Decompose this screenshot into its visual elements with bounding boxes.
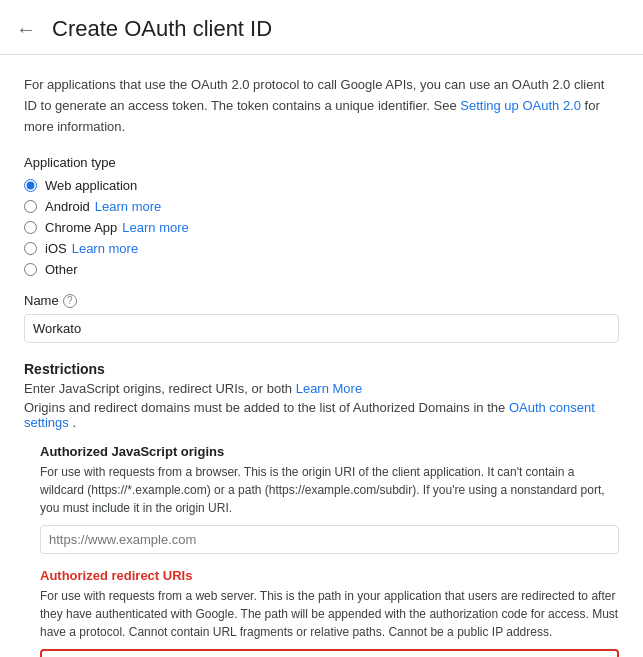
radio-ios-input[interactable]: [24, 242, 37, 255]
js-origins-section: Authorized JavaScript origins For use wi…: [40, 444, 619, 554]
restrictions-desc-text: Enter JavaScript origins, redirect URIs,…: [24, 381, 296, 396]
restrictions-note-end: .: [72, 415, 76, 430]
name-label-text: Name: [24, 293, 59, 308]
radio-ios-label: iOS: [45, 241, 67, 256]
name-help-icon[interactable]: ?: [63, 294, 77, 308]
redirect-uris-desc: For use with requests from a web server.…: [40, 587, 619, 641]
radio-android-label: Android: [45, 199, 90, 214]
ios-learn-more-link[interactable]: Learn more: [72, 241, 138, 256]
restrictions-section: Restrictions Enter JavaScript origins, r…: [24, 361, 619, 430]
redirect-uris-title: Authorized redirect URIs: [40, 568, 619, 583]
restrictions-note-text: Origins and redirect domains must be add…: [24, 400, 509, 415]
js-origins-title: Authorized JavaScript origins: [40, 444, 619, 459]
radio-web: Web application: [24, 178, 619, 193]
redirect-uri-input[interactable]: [40, 649, 619, 657]
main-content: For applications that use the OAuth 2.0 …: [0, 55, 643, 657]
android-learn-more-link[interactable]: Learn more: [95, 199, 161, 214]
restrictions-note: Origins and redirect domains must be add…: [24, 400, 619, 430]
redirect-uris-section: Authorized redirect URIs For use with re…: [40, 568, 619, 657]
radio-chrome-input[interactable]: [24, 221, 37, 234]
radio-other-input[interactable]: [24, 263, 37, 276]
radio-android: Android Learn more: [24, 199, 619, 214]
radio-other-label: Other: [45, 262, 78, 277]
oauth-setup-link[interactable]: Setting up OAuth 2.0: [460, 98, 581, 113]
radio-ios: iOS Learn more: [24, 241, 619, 256]
radio-chrome-label: Chrome App: [45, 220, 117, 235]
chrome-learn-more-link[interactable]: Learn more: [122, 220, 188, 235]
name-section: Name ?: [24, 293, 619, 343]
restrictions-title: Restrictions: [24, 361, 619, 377]
back-button[interactable]: ←: [16, 18, 36, 41]
js-origins-input[interactable]: [40, 525, 619, 554]
name-label: Name ?: [24, 293, 619, 308]
restrictions-desc: Enter JavaScript origins, redirect URIs,…: [24, 381, 619, 396]
radio-chrome: Chrome App Learn more: [24, 220, 619, 235]
intro-paragraph: For applications that use the OAuth 2.0 …: [24, 75, 619, 137]
js-origins-desc: For use with requests from a browser. Th…: [40, 463, 619, 517]
page-header: ← Create OAuth client ID: [0, 0, 643, 55]
radio-other: Other: [24, 262, 619, 277]
application-type-section: Application type Web application Android…: [24, 155, 619, 277]
radio-android-input[interactable]: [24, 200, 37, 213]
radio-web-label: Web application: [45, 178, 137, 193]
page-title: Create OAuth client ID: [52, 16, 272, 42]
radio-web-input[interactable]: [24, 179, 37, 192]
application-type-label: Application type: [24, 155, 619, 170]
name-input[interactable]: [24, 314, 619, 343]
learn-more-link[interactable]: Learn More: [296, 381, 362, 396]
